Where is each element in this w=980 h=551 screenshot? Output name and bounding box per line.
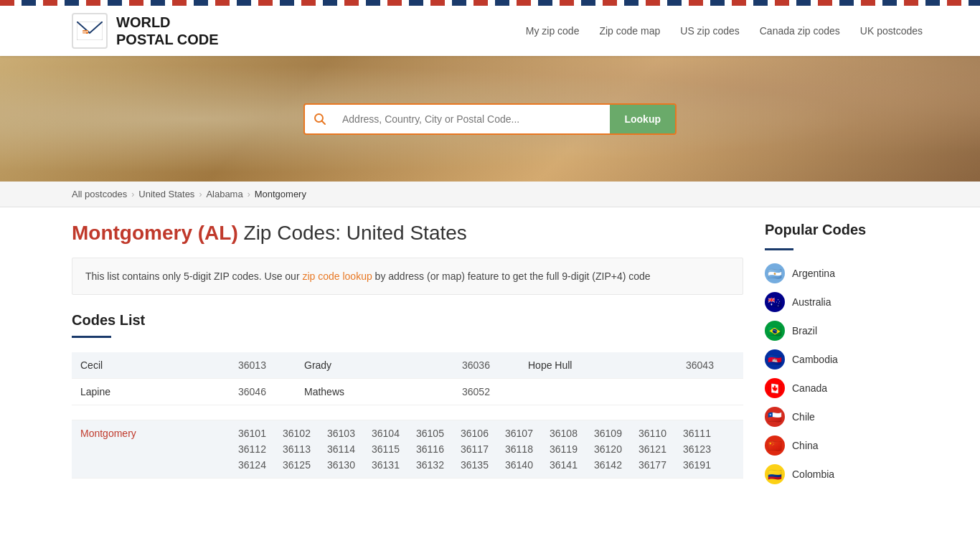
main-nav: My zip codeZip code mapUS zip codesCanad… xyxy=(526,25,923,37)
top-decorative-banner xyxy=(0,0,980,6)
zip-cell: 36052 xyxy=(453,379,519,405)
zip-code-item: 36140 xyxy=(505,459,541,471)
flag-icon: 🇨🇦 xyxy=(765,378,785,398)
page-title: Montgomery (AL) Zip Codes: United States xyxy=(72,222,743,245)
popular-country-link[interactable]: Chile xyxy=(792,411,815,423)
page-title-rest: Zip Codes: United States xyxy=(238,222,467,244)
zip-code-item: 36132 xyxy=(416,459,452,471)
zip-code-item: 36131 xyxy=(372,459,407,471)
zip-code-item: 36135 xyxy=(461,459,496,471)
breadcrumb-separator: › xyxy=(131,189,134,199)
zip-code-item: 36121 xyxy=(639,443,674,455)
table-row: Cecil 36013 Grady 36036 Hope Hull 36043 xyxy=(72,352,743,379)
search-icon xyxy=(314,113,326,126)
info-text-after: by address (or map) feature to get the f… xyxy=(372,270,651,282)
nav-link-canada-zip-codes[interactable]: Canada zip codes xyxy=(760,25,840,37)
sidebar: Popular Codes 🇦🇷Argentina🇦🇺Australia🇧🇷Br… xyxy=(765,207,908,499)
popular-list-item: 🇨🇱Chile xyxy=(765,407,908,427)
zip-code-item: 36117 xyxy=(461,443,496,455)
main-container: Montgomery (AL) Zip Codes: United States… xyxy=(0,207,980,499)
zip-code-item: 36112 xyxy=(238,443,274,455)
nav-link-us-zip-codes[interactable]: US zip codes xyxy=(680,25,739,37)
popular-list-item: 🇰🇭Cambodia xyxy=(765,349,908,369)
city-cell: Lapine xyxy=(72,379,230,405)
zip-code-item: 36123 xyxy=(683,443,719,455)
zip-code-item: 36142 xyxy=(594,459,630,471)
popular-list-item: 🇧🇷Brazil xyxy=(765,321,908,341)
popular-country-link[interactable]: Brazil xyxy=(792,325,817,336)
zip-code-item: 36104 xyxy=(372,428,407,439)
svg-line-5 xyxy=(322,121,326,124)
zip-code-item: 36105 xyxy=(416,428,452,439)
zip-code-item: 36177 xyxy=(639,459,674,471)
sidebar-underline xyxy=(765,248,793,250)
popular-list-item: 🇨🇳China xyxy=(765,435,908,456)
popular-country-link[interactable]: Colombia xyxy=(792,468,834,480)
codes-list-title: Codes List xyxy=(72,312,743,329)
nav-link-uk-postcodes[interactable]: UK postcodes xyxy=(860,25,923,37)
zip-code-item: 36191 xyxy=(683,459,719,471)
zip-code-item: 36110 xyxy=(639,428,674,439)
zip-code-item: 36108 xyxy=(550,428,585,439)
popular-list-item: 🇦🇺Australia xyxy=(765,292,908,312)
logo-area: WORLD POSTAL CODE xyxy=(72,13,526,49)
nav-link-my-zip-code[interactable]: My zip code xyxy=(526,25,580,37)
popular-country-link[interactable]: Cambodia xyxy=(792,354,838,365)
zip-code-item: 36118 xyxy=(505,443,541,455)
flag-icon: 🇰🇭 xyxy=(765,349,785,369)
search-input[interactable] xyxy=(335,105,610,133)
flag-icon: 🇨🇴 xyxy=(765,464,785,484)
info-box: This list contains only 5-digit ZIP code… xyxy=(72,258,743,295)
zip-code-item: 36130 xyxy=(327,459,363,471)
city-cell xyxy=(519,379,677,405)
flag-icon: 🇦🇺 xyxy=(765,292,785,312)
search-icon-wrap xyxy=(305,105,335,133)
zip-codes-cell: 3610136102361033610436105361063610736108… xyxy=(230,420,743,479)
breadcrumb-item-montgomery[interactable]: Montgomery xyxy=(255,189,306,199)
popular-country-link[interactable]: China xyxy=(792,440,819,451)
breadcrumb-separator: › xyxy=(248,189,250,199)
popular-country-link[interactable]: Argentina xyxy=(792,268,835,279)
flag-icon: 🇦🇷 xyxy=(765,263,785,283)
city-cell: Montgomery xyxy=(72,420,230,479)
search-box: Lookup xyxy=(303,103,677,135)
zip-code-item: 36119 xyxy=(550,443,585,455)
zip-code-lookup-link[interactable]: zip code lookup xyxy=(302,270,372,282)
table-row: Montgomery361013610236103361043610536106… xyxy=(72,420,743,479)
page-title-city: Montgomery (AL) xyxy=(72,222,238,244)
hero-section: Lookup xyxy=(0,56,980,182)
info-text-before: This list contains only 5-digit ZIP code… xyxy=(85,270,302,282)
logo-text: WORLD POSTAL CODE xyxy=(116,14,219,48)
nav-link-zip-code-map[interactable]: Zip code map xyxy=(599,25,660,37)
zip-table: Cecil 36013 Grady 36036 Hope Hull 36043 … xyxy=(72,352,743,479)
city-cell: Hope Hull xyxy=(519,352,677,379)
popular-country-link[interactable]: Australia xyxy=(792,296,831,308)
flag-icon: 🇧🇷 xyxy=(765,321,785,341)
zip-code-item: 36120 xyxy=(594,443,630,455)
zip-code-item: 36115 xyxy=(372,443,407,455)
zip-code-item: 36103 xyxy=(327,428,363,439)
codes-list-underline xyxy=(72,336,111,338)
breadcrumb-item-alabama[interactable]: Alabama xyxy=(206,189,242,199)
city-cell: Cecil xyxy=(72,352,230,379)
zip-codes-multi: 3610136102361033610436105361063610736108… xyxy=(238,428,726,471)
zip-code-item: 36107 xyxy=(505,428,541,439)
zip-code-item: 36101 xyxy=(238,428,274,439)
content-area: Montgomery (AL) Zip Codes: United States… xyxy=(72,207,743,499)
zip-cell: 36043 xyxy=(677,352,743,379)
zip-code-item: 36141 xyxy=(550,459,585,471)
zip-code-item: 36111 xyxy=(683,428,719,439)
zip-code-item: 36124 xyxy=(238,459,274,471)
popular-country-link[interactable]: Canada xyxy=(792,382,827,394)
zip-code-item: 36106 xyxy=(461,428,496,439)
breadcrumb-item-all-postcodes[interactable]: All postcodes xyxy=(72,189,127,199)
lookup-button[interactable]: Lookup xyxy=(610,105,675,133)
popular-list-item: 🇦🇷Argentina xyxy=(765,263,908,283)
zip-code-item: 36116 xyxy=(416,443,452,455)
flag-icon: 🇨🇱 xyxy=(765,407,785,427)
zip-cell: 36013 xyxy=(230,352,296,379)
breadcrumb-item-united-states[interactable]: United States xyxy=(138,189,194,199)
montgomery-link[interactable]: Montgomery xyxy=(80,428,136,439)
flag-icon: 🇨🇳 xyxy=(765,435,785,456)
site-header: WORLD POSTAL CODE My zip codeZip code ma… xyxy=(0,6,980,56)
